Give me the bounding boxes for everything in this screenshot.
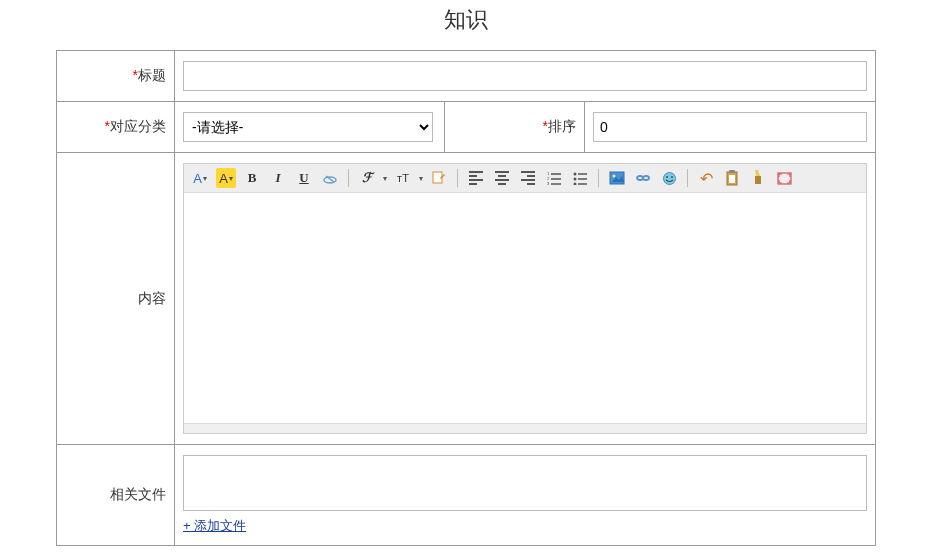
svg-point-18 <box>643 176 649 180</box>
align-right-button[interactable] <box>518 168 538 188</box>
underline-button[interactable]: U <box>294 168 314 188</box>
svg-point-9 <box>574 173 577 176</box>
svg-point-17 <box>637 176 643 180</box>
forecolor-button[interactable]: A <box>190 168 210 188</box>
undo-button[interactable]: ↶ <box>696 168 716 188</box>
paste-button[interactable] <box>722 168 742 188</box>
editor-resize-handle[interactable] <box>184 423 866 433</box>
svg-rect-26 <box>778 173 791 184</box>
file-list-box <box>183 455 867 511</box>
category-select[interactable]: -请选择- <box>183 112 433 142</box>
sort-input[interactable] <box>593 112 867 142</box>
svg-point-20 <box>666 176 668 178</box>
editor-content-area[interactable] <box>184 193 866 423</box>
align-center-button[interactable] <box>492 168 512 188</box>
fullscreen-button[interactable] <box>774 168 794 188</box>
link-button[interactable] <box>633 168 653 188</box>
highlight-button[interactable]: A <box>216 168 236 188</box>
svg-point-16 <box>613 175 616 178</box>
svg-point-19 <box>663 172 675 184</box>
svg-rect-25 <box>755 176 761 184</box>
add-file-link[interactable]: + 添加文件 <box>183 517 246 535</box>
editor-toolbar: A A B I U ℱ ▾ тT ▾ <box>184 164 866 193</box>
label-category: *对应分类 <box>57 102 175 153</box>
svg-point-13 <box>574 183 577 186</box>
unordered-list-button[interactable] <box>570 168 590 188</box>
label-content: 内容 <box>57 153 175 445</box>
svg-rect-24 <box>729 175 735 183</box>
toolbar-separator <box>598 169 599 187</box>
rich-text-editor: A A B I U ℱ ▾ тT ▾ <box>183 163 867 434</box>
svg-point-0 <box>324 177 336 183</box>
fontfamily-button[interactable]: ℱ <box>357 168 377 188</box>
toolbar-separator <box>457 169 458 187</box>
page-title: 知识 <box>56 5 876 35</box>
formatblock-button[interactable] <box>429 168 449 188</box>
form-table: *标题 *对应分类 -请选择- *排序 <box>56 50 876 546</box>
svg-point-11 <box>574 178 577 181</box>
removeformat-button[interactable] <box>320 168 340 188</box>
italic-button[interactable]: I <box>268 168 288 188</box>
label-title: *标题 <box>57 51 175 102</box>
svg-rect-23 <box>729 170 735 173</box>
toolbar-separator <box>687 169 688 187</box>
emotion-button[interactable] <box>659 168 679 188</box>
image-button[interactable] <box>607 168 627 188</box>
fontsize-button[interactable]: тT <box>393 168 413 188</box>
clear-button[interactable] <box>748 168 768 188</box>
label-sort: *排序 <box>445 102 585 153</box>
ordered-list-button[interactable]: 123 <box>544 168 564 188</box>
svg-point-21 <box>671 176 673 178</box>
align-left-button[interactable] <box>466 168 486 188</box>
title-input[interactable] <box>183 61 867 91</box>
svg-text:3: 3 <box>547 181 550 185</box>
toolbar-separator <box>348 169 349 187</box>
label-files: 相关文件 <box>57 445 175 546</box>
bold-button[interactable]: B <box>242 168 262 188</box>
